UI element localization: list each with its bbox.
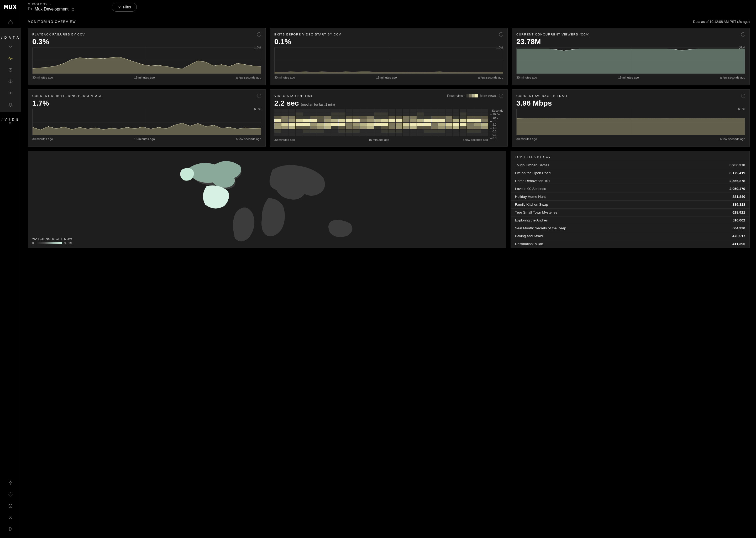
title-row[interactable]: Seal Month: Secrets of the Deep504,320: [511, 224, 749, 232]
xlabel: a few seconds ago: [720, 137, 745, 140]
world-map: [28, 151, 506, 248]
title-row[interactable]: Tough Kitchen Battles5,956,278: [511, 161, 749, 169]
title-name: Life on the Open Road: [515, 171, 551, 175]
nav-views[interactable]: [0, 87, 21, 99]
nav-help[interactable]: [0, 500, 21, 512]
data-asof: Data as of 10:12:08 AM PST (2s ago): [693, 20, 750, 24]
card-value: 2.2 sec (median for last 1 min): [274, 99, 503, 107]
sidebar: / D A T A / V I D E O: [0, 0, 21, 538]
title-count: 516,002: [732, 218, 745, 222]
info-icon[interactable]: i: [257, 32, 261, 36]
card-ccv[interactable]: CURRENT CONCURRENT VIEWERS (CCV) i 23.78…: [512, 28, 750, 85]
card-title: PLAYBACK FAILURES BY CCV: [32, 33, 85, 36]
card-value: 1.7%: [32, 99, 261, 107]
title-count: 839,318: [732, 202, 745, 206]
page-title: MONITORING OVERVIEW: [28, 20, 76, 24]
chart: [32, 48, 261, 74]
title-name: Tough Kitchen Battles: [515, 163, 549, 167]
title-count: 504,320: [732, 226, 745, 230]
card-title: EXITS BEFORE VIDEO START BY CCV: [274, 33, 341, 36]
xlabel: 30 minutes ago: [32, 76, 53, 79]
info-icon[interactable]: i: [499, 94, 503, 98]
topbar: MUXOLOGY › Mux Development ▴▾ Filter: [21, 0, 756, 15]
updown-icon: ▴▾: [72, 7, 74, 12]
title-row[interactable]: Family Kitchen Swap839,318: [511, 200, 749, 208]
title-row[interactable]: Home Renovation 1012,556,278: [511, 177, 749, 185]
title-row[interactable]: Love in 90 Seconds2,059,479: [511, 185, 749, 192]
nav-home[interactable]: [0, 16, 21, 28]
info-icon[interactable]: i: [741, 32, 745, 36]
heatmap-y-labels: – 10.0+– 10.0– 5.0– 2.0– 1.0– 0.5– 0.1– …: [490, 113, 503, 140]
info-icon[interactable]: i: [499, 32, 503, 36]
card-exits-before-start[interactable]: EXITS BEFORE VIDEO START BY CCV i 0.1% 1…: [270, 28, 508, 85]
heatmap-y-title: Seconds: [490, 109, 503, 112]
card-world-map[interactable]: WATCHING RIGHT NOW 0 9.91M: [28, 151, 506, 248]
folder-icon: [28, 7, 32, 12]
nav-alerts-circle[interactable]: [0, 76, 21, 87]
card-title: TOP TITLES BY CCV: [515, 155, 745, 158]
card-startup-time[interactable]: VIDEO STARTUP TIME Fewer views More view…: [270, 89, 508, 146]
filter-button[interactable]: Filter: [112, 3, 137, 12]
nav-gauge[interactable]: [0, 41, 21, 53]
svg-point-3: [10, 92, 11, 93]
title-count: 628,921: [732, 210, 745, 214]
breadcrumb-org: MUXOLOGY: [28, 3, 48, 6]
card-rebuffer[interactable]: CURRENT REBUFFERING PERCENTAGE i 1.7% 6.…: [28, 89, 266, 146]
info-icon[interactable]: i: [741, 94, 745, 98]
title-row[interactable]: Destination: Milan411,395: [511, 240, 749, 248]
title-count: 2,059,479: [730, 187, 745, 191]
nav-lightning[interactable]: [0, 477, 21, 489]
xlabel: 30 minutes ago: [274, 138, 295, 141]
nav-logout[interactable]: [0, 523, 21, 535]
breadcrumb[interactable]: MUXOLOGY ›: [28, 3, 74, 6]
title-name: Love in 90 Seconds: [515, 187, 546, 191]
xlabel: a few seconds ago: [236, 137, 261, 140]
xlabel: a few seconds ago: [236, 76, 261, 79]
xlabel: 15 minutes ago: [376, 76, 397, 79]
nav-account[interactable]: [0, 512, 21, 523]
nav-section-data: / D A T A: [0, 36, 21, 39]
info-icon[interactable]: i: [257, 94, 261, 98]
nav-pie[interactable]: [0, 64, 21, 76]
xlabel: 30 minutes ago: [274, 76, 295, 79]
map-title: WATCHING RIGHT NOW: [32, 237, 72, 241]
xlabel: 30 minutes ago: [516, 137, 537, 140]
xlabel: a few seconds ago: [478, 76, 503, 79]
environment-selector[interactable]: Mux Development ▴▾: [28, 7, 74, 12]
nav-settings[interactable]: [0, 489, 21, 500]
xlabel: 15 minutes ago: [618, 76, 639, 79]
nav-section-video: / V I D E O: [0, 118, 21, 125]
map-scale: 0 9.91M: [32, 242, 72, 244]
title-name: Baking and Afraid: [515, 234, 543, 238]
title-count: 411,395: [732, 242, 745, 246]
card-bitrate[interactable]: CURRENT AVERAGE BITRATE i 3.96 Mbps 6.0%…: [512, 89, 750, 146]
card-title: CURRENT AVERAGE BITRATE: [516, 94, 569, 97]
card-value: 0.3%: [32, 37, 261, 46]
card-title: CURRENT REBUFFERING PERCENTAGE: [32, 94, 103, 97]
chart: [274, 48, 503, 74]
title-row[interactable]: Holiday Home Hunt881,840: [511, 192, 749, 200]
title-row[interactable]: Baking and Afraid475,517: [511, 232, 749, 240]
title-count: 5,956,278: [730, 163, 745, 167]
title-count: 881,840: [732, 195, 745, 198]
legend-label: Fewer views: [447, 94, 465, 98]
svg-point-7: [10, 516, 11, 517]
card-playback-failures[interactable]: PLAYBACK FAILURES BY CCV i 0.3% 1.0% 30 …: [28, 28, 266, 85]
nav-bell[interactable]: [0, 99, 21, 110]
chart: [32, 109, 261, 135]
chart: [516, 48, 745, 74]
brand-logo: [4, 5, 17, 9]
title-row[interactable]: Exploring the Andres516,002: [511, 216, 749, 224]
environment-name: Mux Development: [35, 7, 69, 12]
title-name: True Small Town Mysteries: [515, 210, 557, 214]
card-value: 23.78M: [516, 37, 745, 46]
card-top-titles: TOP TITLES BY CCV Tough Kitchen Battles5…: [510, 151, 750, 248]
xlabel: 15 minutes ago: [134, 137, 155, 140]
card-value: 0.1%: [274, 37, 503, 46]
title-row[interactable]: Life on the Open Road3,179,419: [511, 169, 749, 177]
heatmap-legend: Fewer views More views i: [447, 94, 503, 98]
title-row[interactable]: True Small Town Mysteries628,921: [511, 208, 749, 216]
filter-label: Filter: [123, 5, 131, 9]
nav-monitoring[interactable]: [0, 53, 21, 64]
card-title: VIDEO STARTUP TIME: [274, 94, 313, 97]
